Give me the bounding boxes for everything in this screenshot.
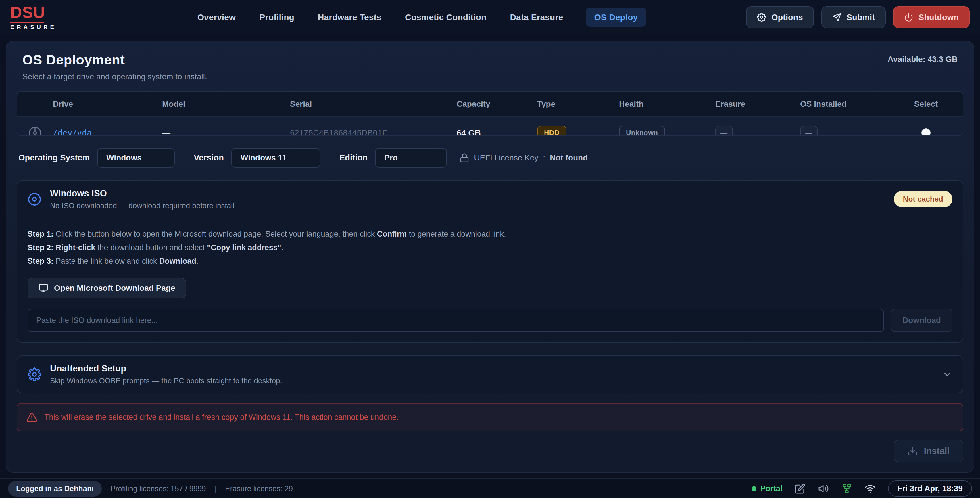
unattended-title: Unattended Setup (50, 364, 282, 374)
page-title: OS Deployment (22, 52, 207, 67)
install-row: Install (17, 431, 963, 462)
options-button-label: Options (772, 13, 803, 22)
nav-tabs: Overview Profiling Hardware Tests Cosmet… (196, 8, 646, 27)
options-button[interactable]: Options (746, 6, 814, 28)
logged-in-badge: Logged in as Dehhani (8, 481, 102, 496)
iso-download-row: Download (28, 309, 952, 332)
drive-serial: 62175C4B1868445DB01F (290, 128, 457, 136)
status-bar: Logged in as Dehhani Profiling licenses:… (0, 479, 980, 498)
edition-label: Edition (339, 153, 368, 163)
windows-iso-card: Windows ISO No ISO downloaded — download… (17, 180, 963, 343)
portal-status-label: Portal (760, 484, 783, 493)
profiling-licenses-label: Profiling licenses: 157 / 9999 (110, 484, 206, 493)
drive-table-header: Drive Model Serial Capacity Type Health … (17, 92, 963, 117)
iso-card-body: Step 1: Click the button below to open t… (17, 218, 963, 342)
iso-link-input[interactable] (28, 309, 884, 332)
os-selector-row: Operating System Windows Version Windows… (17, 148, 963, 168)
submit-button-label: Submit (846, 13, 875, 22)
available-space-label: Available: 43.3 GB (888, 54, 958, 64)
iso-step-3: Step 3: Paste the link below and click D… (28, 255, 952, 267)
gear-icon (757, 13, 766, 22)
os-select[interactable]: Windows (97, 148, 175, 168)
shutdown-button-label: Shutdown (918, 13, 959, 22)
brand-logo-rule (10, 22, 44, 23)
erase-warning-text: This will erase the selected drive and i… (44, 413, 399, 422)
erase-warning-banner: This will erase the selected drive and i… (17, 403, 963, 431)
version-label: Version (194, 153, 224, 163)
page-subtitle: Select a target drive and operating syst… (22, 72, 207, 81)
status-bar-right: Portal Fri 3rd Apr, 18:39 (751, 480, 972, 496)
download-button[interactable]: Download (891, 309, 952, 332)
uefi-license-separator: : (543, 153, 545, 163)
send-icon (832, 13, 842, 22)
chevron-down-icon[interactable] (942, 369, 952, 380)
unattended-subtitle: Skip Windows OOBE prompts — the PC boots… (50, 377, 282, 385)
version-select[interactable]: Windows 11 (231, 148, 320, 168)
col-os-installed: OS Installed (800, 99, 889, 109)
tab-data-erasure[interactable]: Data Erasure (509, 8, 564, 27)
footer-separator: | (215, 484, 217, 493)
panel-header: OS Deployment Select a target drive and … (17, 52, 963, 81)
col-erasure: Erasure (715, 99, 800, 109)
uefi-license-label: UEFI License Key (474, 153, 538, 163)
main-content: OS Deployment Select a target drive and … (0, 35, 980, 479)
iso-card-header: Windows ISO No ISO downloaded — download… (17, 181, 963, 218)
brand-logo: DSU ERASURE (10, 4, 97, 30)
type-badge-hdd: HDD (537, 126, 566, 136)
drive-capacity: 64 GB (457, 128, 537, 136)
lock-icon (460, 153, 469, 163)
gear-icon-blue (28, 367, 41, 381)
tab-profiling[interactable]: Profiling (258, 8, 296, 27)
col-serial: Serial (290, 99, 457, 109)
hdd-gauge-icon (17, 125, 53, 136)
install-button-label: Install (924, 446, 950, 456)
health-badge-unknown: Unknown (619, 126, 665, 136)
uefi-license-status: UEFI License Key : Not found (460, 153, 588, 163)
monitor-icon (38, 283, 48, 293)
shutdown-button[interactable]: Shutdown (893, 6, 970, 28)
unattended-setup-card[interactable]: Unattended Setup Skip Windows OOBE promp… (17, 355, 963, 393)
os-installed-badge-none: — (800, 126, 818, 136)
install-button[interactable]: Install (894, 440, 963, 462)
warning-triangle-icon (26, 412, 37, 423)
drive-row-vda[interactable]: /dev/vda — 62175C4B1868445DB01F 64 GB HD… (17, 117, 963, 136)
submit-button[interactable]: Submit (821, 6, 886, 28)
col-drive: Drive (53, 99, 162, 109)
drive-model: — (162, 128, 290, 136)
col-capacity: Capacity (457, 99, 537, 109)
clock[interactable]: Fri 3rd Apr, 18:39 (888, 480, 972, 496)
drive-table: Drive Model Serial Capacity Type Health … (17, 91, 963, 136)
portal-status: Portal (751, 484, 783, 493)
edition-select[interactable]: Pro (375, 148, 447, 168)
col-health: Health (619, 99, 715, 109)
edit-icon[interactable] (795, 483, 805, 494)
iso-card-subtitle: No ISO downloaded — download required be… (50, 201, 234, 210)
erasure-badge-none: — (715, 126, 733, 136)
portal-status-dot (751, 486, 756, 491)
drive-path-link[interactable]: /dev/vda (53, 128, 92, 136)
open-microsoft-download-button[interactable]: Open Microsoft Download Page (28, 278, 186, 298)
iso-cache-status-badge: Not cached (894, 191, 952, 207)
disc-icon (28, 192, 41, 206)
download-tray-icon (908, 446, 918, 456)
tab-os-deploy[interactable]: OS Deploy (586, 8, 647, 27)
tab-hardware-tests[interactable]: Hardware Tests (317, 8, 382, 27)
network-topology-icon[interactable] (842, 483, 852, 494)
drive-select-radio[interactable] (921, 128, 931, 136)
tab-cosmetic-condition[interactable]: Cosmetic Condition (404, 8, 487, 27)
iso-step-1: Step 1: Click the button below to open t… (28, 228, 952, 240)
wifi-icon[interactable] (865, 483, 875, 494)
top-navbar: DSU ERASURE Overview Profiling Hardware … (0, 0, 980, 35)
nav-actions: Options Submit Shutdown (746, 6, 970, 28)
uefi-license-value: Not found (550, 153, 588, 163)
iso-card-title: Windows ISO (50, 188, 234, 199)
os-deployment-panel: OS Deployment Select a target drive and … (6, 41, 974, 473)
erasure-licenses-label: Erasure licenses: 29 (225, 484, 293, 493)
brand-logo-subtitle: ERASURE (10, 24, 57, 30)
tab-overview[interactable]: Overview (196, 8, 237, 27)
brand-logo-title: DSU (10, 4, 45, 21)
speaker-icon[interactable] (818, 483, 829, 494)
col-select: Select (889, 99, 963, 109)
os-label: Operating System (18, 153, 90, 163)
col-type: Type (537, 99, 619, 109)
